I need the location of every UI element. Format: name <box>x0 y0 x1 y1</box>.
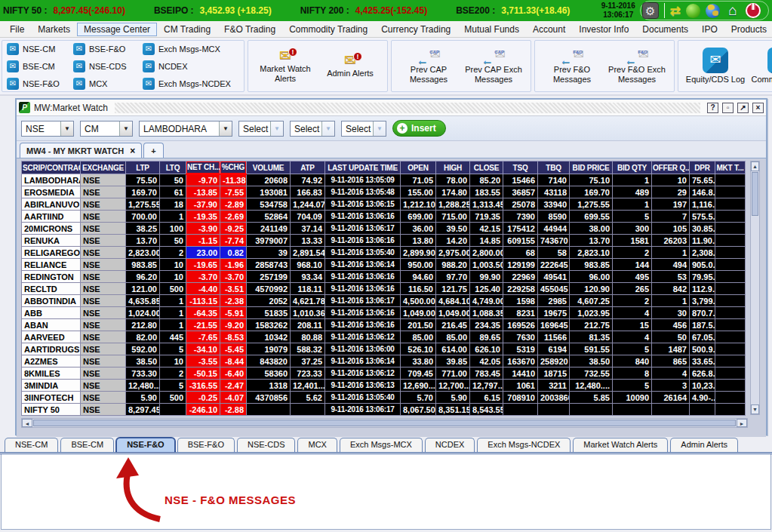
select-dropdown[interactable]: Select ▼ <box>290 121 335 137</box>
horizontal-scrollbar[interactable]: ◄ ► <box>21 418 748 428</box>
table-row[interactable]: 3IINFOTECH NSE 5.90 500 -0.25 -4.07 4370… <box>22 392 746 404</box>
column-header[interactable]: NET CH... <box>186 161 220 174</box>
table-row[interactable]: RECLTD NSE 121.00 500 -4.40 -3.51 457099… <box>22 283 746 295</box>
column-header[interactable]: DPR <box>690 161 715 174</box>
column-header[interactable]: BID QTY <box>613 161 652 174</box>
column-header[interactable]: LTQ <box>160 161 186 174</box>
log-button[interactable]: ✉ Commodity Log <box>748 48 772 85</box>
menu-item[interactable]: Investor Info <box>572 23 635 36</box>
prev-cap-button[interactable]: ✉ CAP ← Prev CAP Messages <box>396 48 461 85</box>
menu-item[interactable]: CM Trading <box>157 23 217 36</box>
prev-fo-button[interactable]: ✉ F&O ← Prev F&O Exch Messages <box>604 48 669 85</box>
chevron-down-icon[interactable]: ▼ <box>119 121 132 136</box>
close-button[interactable]: × <box>752 103 764 113</box>
exchange-message-button[interactable]: ✉ BSE-CM <box>7 60 73 72</box>
connection-status-icon[interactable] <box>686 4 700 18</box>
table-row[interactable]: NIFTY 50 NSE 8,297.45 -246.10 -2.88 9-11… <box>22 404 746 416</box>
table-row[interactable]: AARVEED NSE 82.00 445 -7.65 -8.53 10342 … <box>22 331 746 343</box>
menu-item[interactable]: Markets <box>31 23 77 36</box>
chevron-down-icon[interactable]: ▼ <box>219 121 232 136</box>
table-row[interactable]: A2ZMES NSE 38.50 10 -3.55 -8.44 843820 3… <box>22 355 746 367</box>
column-header[interactable]: MKT T... <box>715 161 746 174</box>
segment-dropdown[interactable]: CM ▼ <box>80 121 133 137</box>
exchange-message-button[interactable]: ✉ NCDEX <box>143 60 239 72</box>
new-tab-button[interactable]: + <box>143 143 163 158</box>
vertical-scrollbar[interactable]: ▲ ▼ <box>750 161 760 415</box>
globe-icon[interactable] <box>706 4 720 18</box>
column-header[interactable]: VOLUME <box>247 161 291 174</box>
column-header[interactable]: %CHG <box>220 161 247 174</box>
column-header[interactable]: ATP <box>291 161 325 174</box>
menu-item[interactable]: Products <box>724 23 772 36</box>
exchange-message-button[interactable]: ✉ BSE-F&O <box>73 43 143 55</box>
alert-button[interactable]: ✉ ! Market Watch Alerts <box>253 49 318 84</box>
tab-close-icon[interactable]: × <box>130 147 135 155</box>
exchange-dropdown[interactable]: NSE ▼ <box>21 121 74 137</box>
chevron-down-icon[interactable]: ▼ <box>373 121 386 136</box>
table-row[interactable]: ABB NSE 1,024.00 1 -64.35 -5.91 51835 1,… <box>22 307 746 319</box>
table-row[interactable]: ABAN NSE 212.80 1 -21.55 -9.20 1583262 2… <box>22 319 746 331</box>
menu-item[interactable]: Currency Trading <box>374 23 457 36</box>
message-tab[interactable]: Exch Msgs-NCDEX <box>477 438 571 452</box>
message-tab[interactable]: BSE-CM <box>60 438 114 452</box>
column-header[interactable]: BID PRICE <box>570 161 613 174</box>
scrollbar-thumb[interactable] <box>752 172 758 216</box>
chevron-down-icon[interactable]: ▼ <box>270 121 283 136</box>
column-header[interactable]: HIGH <box>436 161 470 174</box>
alert-button[interactable]: ✉ ! Admin Alerts <box>318 54 383 78</box>
select-dropdown[interactable]: Select ▼ <box>341 121 386 137</box>
column-header[interactable]: OFFER Q... <box>652 161 690 174</box>
swap-arrows-icon[interactable]: ⇄ <box>670 3 681 19</box>
window-titlebar[interactable]: P MW:Market Watch ? ▫ ↗ × <box>17 100 766 116</box>
chevron-down-icon[interactable]: ▼ <box>60 121 73 136</box>
exchange-message-button[interactable]: ✉ MCX <box>73 78 143 90</box>
column-header[interactable]: SCRIP/CONTRACT <box>22 161 81 174</box>
restore-button[interactable]: ▫ <box>722 103 734 113</box>
column-header[interactable]: TSQ <box>503 161 538 174</box>
table-row[interactable]: RELIGAREGO NSE 2,823.00 2 23.00 0.82 39 … <box>22 247 746 259</box>
select-dropdown[interactable]: Select ▼ <box>238 121 284 137</box>
scroll-left-icon[interactable]: ◄ <box>22 419 32 427</box>
home-icon[interactable]: ⌂ <box>725 3 740 18</box>
exchange-message-button[interactable]: ✉ Exch Msgs-MCX <box>143 43 239 55</box>
table-row[interactable]: 20MICRONS NSE 38.25 100 -3.90 -9.25 2411… <box>22 223 746 235</box>
table-row[interactable]: EROSMEDIA NSE 169.70 61 -13.85 -7.55 193… <box>22 186 746 198</box>
scroll-right-icon[interactable]: ► <box>737 419 747 427</box>
table-row[interactable]: 8KMILES NSE 733.30 2 -50.15 -6.40 58360 … <box>22 367 746 380</box>
column-header[interactable]: LTP <box>126 161 160 174</box>
table-row[interactable]: AARTIIND NSE 700.00 1 -19.35 -2.69 52864… <box>22 211 746 223</box>
exchange-message-button[interactable]: ✉ NSE-CDS <box>73 60 143 72</box>
menu-item[interactable]: File <box>3 23 31 36</box>
message-tab[interactable]: Admin Alerts <box>670 438 738 452</box>
table-row[interactable]: AARTIDRUGS NSE 592.00 5 -34.10 -5.45 190… <box>22 343 746 355</box>
table-row[interactable]: ABIRLANUVO NSE 1,275.55 18 -37.90 -2.89 … <box>22 198 746 211</box>
scrollbar-thumb[interactable] <box>33 420 736 426</box>
tab-mw4-my-mkrt-watch[interactable]: MW4 - MY MKRT WATCH × <box>20 143 142 158</box>
menu-item[interactable]: F&O Trading <box>217 23 282 36</box>
scroll-up-icon[interactable]: ▲ <box>751 161 759 171</box>
message-tab[interactable]: NSE-CM <box>5 438 58 452</box>
scroll-down-icon[interactable]: ▼ <box>751 404 759 414</box>
message-tab[interactable]: NSE-CDS <box>237 438 296 452</box>
maximize-button[interactable]: ↗ <box>737 103 749 113</box>
menu-item[interactable]: Account <box>526 23 572 36</box>
table-row[interactable]: RELIANCE NSE 983.85 10 -19.65 -1.96 2858… <box>22 259 746 271</box>
insert-button[interactable]: + Insert <box>392 120 446 137</box>
column-header[interactable]: EXCHANGE <box>81 161 126 174</box>
column-header[interactable]: CLOSE <box>470 161 503 174</box>
column-header[interactable]: TBQ <box>538 161 570 174</box>
menu-item[interactable]: Commodity Trading <box>282 23 374 36</box>
message-tab[interactable]: BSE-F&O <box>177 438 235 452</box>
prev-fo-button[interactable]: ✉ F&O ← Prev F&O Messages <box>540 48 604 85</box>
menu-item[interactable]: Mutual Funds <box>457 23 526 36</box>
exchange-message-button[interactable]: ✉ NSE-CM <box>7 43 73 55</box>
message-tab[interactable]: Exch Msgs-MCX <box>340 438 423 452</box>
exchange-message-button[interactable]: ✉ Exch Msgs-NCDEX <box>143 78 239 90</box>
message-tab[interactable]: Market Watch Alerts <box>573 438 668 452</box>
message-tab[interactable]: NSE-F&O <box>116 438 175 452</box>
menu-item[interactable]: Message Center <box>77 23 157 36</box>
table-row[interactable]: REDINGTON NSE 96.20 10 -3.70 -3.70 25719… <box>22 271 746 283</box>
prev-cap-button[interactable]: ✉ CAP ← Prev CAP Exch Messages <box>461 48 526 85</box>
column-header[interactable]: LAST UPDATE TIME <box>325 161 401 174</box>
table-row[interactable]: RENUKA NSE 13.70 50 -1.15 -7.74 3979007 … <box>22 235 746 247</box>
